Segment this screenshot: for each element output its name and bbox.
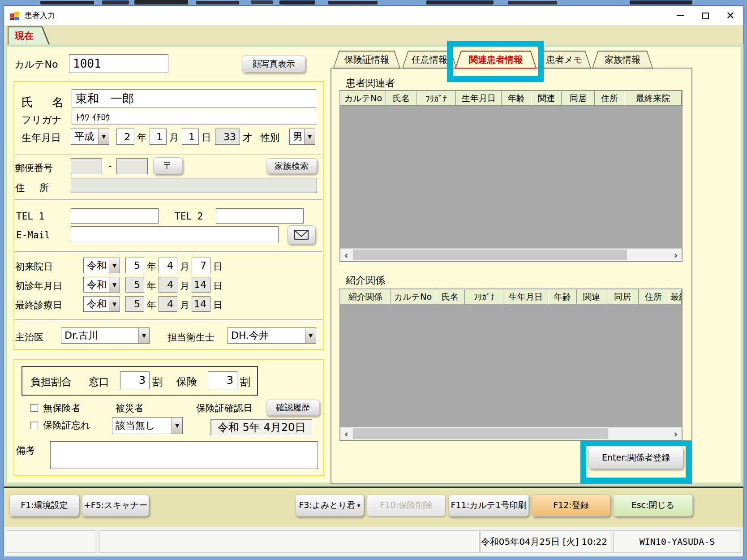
address-input[interactable] [71, 178, 317, 193]
tab-patient-memo[interactable]: 患者メモ [537, 51, 591, 69]
postal-input-1[interactable] [71, 158, 102, 174]
column-header[interactable]: 生年月日 [503, 289, 548, 304]
enter-register-relation-button[interactable]: Enter:関係者登録 [588, 447, 683, 469]
scrollbar-thumb[interactable] [353, 250, 627, 260]
column-header[interactable]: 住所 [639, 289, 668, 304]
chevron-down-icon[interactable]: ▼ [172, 418, 182, 434]
chevron-down-icon[interactable]: ▼ [109, 258, 120, 273]
esc-close-button[interactable]: Esc:閉じる [613, 494, 693, 517]
burden-insurance-input[interactable]: 3 [208, 371, 237, 389]
referral-table[interactable]: 紹介関係 カルテNo 氏名 ﾌﾘｶﾞﾅ 生年月日 年齢 関連 同居 住所 最終来… [339, 289, 683, 441]
tab-insurance-card-info[interactable]: 保険証情報 [333, 51, 400, 69]
column-header[interactable]: 住所 [595, 91, 624, 106]
victim-label: 被災者 [116, 402, 144, 414]
no-insurance-checkbox[interactable] [30, 404, 38, 412]
scroll-right-icon[interactable]: › [670, 427, 682, 440]
column-header[interactable]: カルテNo [391, 289, 435, 304]
tab-optional-info[interactable]: 任意情報 [402, 51, 457, 69]
column-header[interactable]: 同居 [606, 289, 639, 304]
tab-related-patient-info[interactable]: 関連患者情報 [455, 51, 537, 69]
screenshot-root: 患者入力 ✕ 現在 カルテNo 1001 顔写真表示 氏 名 東和 一郎 フリガ… [0, 0, 747, 560]
confirm-history-button[interactable]: 確認履歴 [266, 400, 320, 416]
furigana-input[interactable]: ﾄｳﾜ ｲﾁﾛｳ [72, 110, 316, 125]
last-treatment-era-select[interactable]: 令和▼ [83, 296, 120, 312]
face-photo-button[interactable]: 顔写真表示 [242, 56, 305, 73]
chevron-down-icon[interactable]: ▼ [109, 277, 120, 292]
column-header[interactable]: 紹介関係 [340, 289, 391, 304]
chevron-down-icon[interactable]: ▼ [305, 328, 316, 343]
age-unit: 才 [243, 131, 252, 144]
chevron-down-icon[interactable]: ▼ [109, 297, 120, 311]
scroll-left-icon[interactable]: ‹ [340, 249, 352, 261]
tel2-input[interactable] [216, 208, 304, 224]
column-header[interactable]: 同居 [562, 91, 595, 106]
related-table-hscrollbar[interactable]: ‹ › [340, 248, 682, 261]
chevron-down-icon[interactable]: ▼ [98, 129, 109, 144]
first-visit-day[interactable]: 7 [192, 258, 210, 273]
column-header[interactable]: カルテNo [340, 91, 386, 106]
f11-print-karte-button[interactable]: F11:カルテ1号印刷 [448, 494, 529, 517]
birth-month-input[interactable]: 1 [150, 129, 167, 145]
first-exam-era-select[interactable]: 令和▼ [83, 277, 120, 293]
forgot-card-checkbox[interactable] [30, 422, 38, 429]
column-header[interactable]: 関連 [531, 91, 562, 106]
column-header[interactable]: 最終来院 [624, 91, 682, 106]
scrollbar-thumb[interactable] [353, 428, 608, 439]
doctor-select[interactable]: Dr.古川▼ [61, 327, 150, 344]
f5-scanner-button[interactable]: +F5:スキャナー [82, 494, 149, 517]
gender-select[interactable]: 男▼ [289, 129, 315, 145]
family-search-button[interactable]: 家族検索 [266, 158, 317, 174]
referral-table-hscrollbar[interactable]: ‹ › [340, 427, 682, 440]
column-header[interactable]: 関連 [577, 289, 606, 304]
first-visit-year[interactable]: 5 [125, 258, 144, 273]
remarks-textarea[interactable] [50, 441, 318, 469]
email-button[interactable] [288, 225, 315, 244]
minimize-button[interactable] [668, 6, 693, 26]
column-header-clipped[interactable]: 最終来院 [668, 289, 682, 304]
close-button[interactable]: ✕ [718, 6, 743, 26]
column-header[interactable]: 年齢 [548, 289, 577, 304]
email-input[interactable] [71, 226, 279, 243]
f10-delete-insurance-button: F10:保険削除 [367, 494, 446, 517]
first-visit-month[interactable]: 4 [159, 258, 177, 273]
unit-day: 日 [213, 260, 223, 273]
postal-mark-button[interactable]: 〒 [153, 157, 183, 174]
chevron-down-icon[interactable]: ▼ [138, 328, 149, 343]
email-label: E-Mail [16, 230, 50, 241]
first-visit-era-select[interactable]: 令和▼ [83, 258, 120, 273]
hygienist-select[interactable]: DH.今井▼ [228, 327, 316, 344]
birth-year-input[interactable]: 2 [116, 129, 134, 145]
chevron-down-icon[interactable]: ▼ [304, 129, 315, 144]
column-header[interactable]: 年齢 [502, 91, 531, 106]
f12-register-button[interactable]: F12:登録 [532, 494, 610, 517]
f3-yomitori-button[interactable]: F3:よみとり君▾ [295, 494, 364, 517]
victim-select[interactable]: 該当無し▼ [112, 417, 183, 434]
birth-day-input[interactable]: 1 [182, 129, 199, 145]
forgot-card-label: 保険証忘れ [43, 419, 90, 431]
status-datetime: 令和05年04月25日 [火] 10:22 [481, 530, 612, 553]
name-input[interactable]: 東和 一郎 [72, 89, 316, 108]
title-bar: 患者入力 ✕ [4, 6, 743, 26]
related-patients-title: 患者関連者 [346, 77, 395, 90]
scroll-left-icon[interactable]: ‹ [340, 427, 352, 440]
burden-window-input[interactable]: 3 [120, 371, 150, 389]
column-header[interactable]: ﾌﾘｶﾞﾅ [465, 289, 503, 304]
birth-era-select[interactable]: 平成▼ [71, 129, 109, 145]
column-header[interactable]: 氏名 [435, 289, 465, 304]
scroll-right-icon[interactable]: › [670, 249, 682, 261]
column-header[interactable]: ﾌﾘｶﾞﾅ [416, 91, 456, 106]
column-header[interactable]: 生年月日 [456, 91, 502, 106]
tel2-label: TEL 2 [175, 211, 203, 222]
unit-day: 日 [213, 280, 223, 292]
maximize-button[interactable] [693, 6, 718, 26]
column-header[interactable]: 氏名 [386, 91, 416, 106]
postal-input-2[interactable] [116, 158, 148, 174]
tab-family-info[interactable]: 家族情報 [592, 51, 653, 69]
tel1-input[interactable] [71, 208, 159, 224]
tab-current[interactable]: 現在 [8, 26, 50, 44]
related-patients-table[interactable]: カルテNo 氏名 ﾌﾘｶﾞﾅ 生年月日 年齢 関連 同居 住所 最終来院 ‹ › [339, 90, 683, 262]
f1-settings-button[interactable]: F1:環境設定 [9, 494, 79, 517]
karte-no-input[interactable]: 1001 [69, 54, 168, 73]
postal-dash: - [108, 161, 112, 172]
unit-year: 年 [147, 299, 156, 311]
